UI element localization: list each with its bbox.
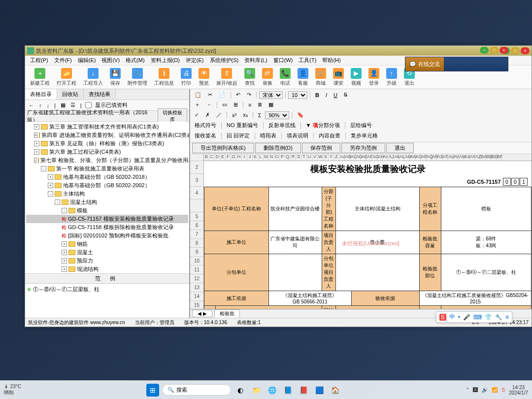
- zoom-select[interactable]: 90%: [265, 111, 289, 119]
- menu-item[interactable]: 评定(E): [184, 57, 206, 64]
- show-filled-checkbox[interactable]: [85, 102, 92, 108]
- calc-icon[interactable]: Σ: [256, 111, 264, 119]
- toolbar-预览[interactable]: 👁预览: [197, 67, 211, 88]
- toolbar-登录[interactable]: 👤登录: [366, 67, 381, 88]
- task-explorer-icon[interactable]: 📁: [250, 384, 263, 397]
- sheet-action-button[interactable]: 删除范例(D): [255, 143, 301, 153]
- tree-node[interactable]: +第五章 见证取（抽）样检验（测）报告(C3类表): [26, 139, 188, 148]
- edit-action[interactable]: 层给编号: [348, 121, 374, 130]
- edit-action[interactable]: NO 重新编号: [224, 121, 261, 130]
- cut-icon[interactable]: ✂: [205, 91, 215, 99]
- tray-ime-icon[interactable]: 🅰: [473, 387, 478, 393]
- expand-icon[interactable]: +: [34, 133, 37, 138]
- toolbar-替换[interactable]: ⇄替换: [260, 67, 275, 88]
- tree-node[interactable]: +钢筋: [26, 240, 188, 248]
- expand-icon[interactable]: +: [34, 124, 39, 130]
- expand-icon[interactable]: -: [55, 200, 60, 205]
- expand-icon[interactable]: +: [48, 183, 53, 188]
- expand-icon[interactable]: -: [41, 166, 46, 171]
- tree-node[interactable]: -第一节 检验批施工质量验收记录用表: [26, 165, 188, 173]
- task-app1-icon[interactable]: 📘: [281, 384, 294, 397]
- edit-action[interactable]: 回 回评定: [224, 131, 252, 140]
- task-widgets-icon[interactable]: ◐: [234, 384, 247, 397]
- edit-action[interactable]: 填表说明: [284, 131, 311, 140]
- x-icon[interactable]: ✗: [203, 111, 212, 119]
- edit-action[interactable]: ▼ 项分部分项: [303, 121, 342, 130]
- titlebar[interactable]: 筑业资料广东版 - [D:\筑业建筑系列软件\广东省工程资料软件\工程\232.…: [25, 46, 532, 56]
- start-button[interactable]: ⊞: [146, 384, 159, 397]
- close-button[interactable]: ×: [521, 47, 530, 54]
- task-edge-icon[interactable]: 🌐: [266, 384, 278, 397]
- undo-icon[interactable]: ↶: [233, 91, 243, 99]
- tab-search-results[interactable]: 查找结果: [84, 89, 116, 100]
- toolbar-视频[interactable]: ▶视频: [349, 67, 364, 88]
- toolbar-升级[interactable]: ↑升级: [384, 67, 399, 88]
- tree-node[interactable]: +第四章 进场施工物资质量控制、证明和验收文件通用表(C2类表): [26, 131, 188, 139]
- sheet-action-button[interactable]: 另存为范例: [341, 143, 385, 153]
- toolbar-打印[interactable]: 🖨打印: [179, 67, 194, 88]
- slash-icon[interactable]: ／: [214, 110, 224, 120]
- tree-node[interactable]: 检GD-C5-71158 模板拆除检验批质量验收记录: [26, 223, 188, 232]
- toolbar-查找[interactable]: 🔍查找: [242, 67, 257, 88]
- menu-item[interactable]: 帮助(H): [320, 57, 342, 64]
- strike-button[interactable]: S̶: [341, 91, 350, 99]
- expand-icon[interactable]: +: [62, 241, 67, 247]
- menu-item[interactable]: 编辑(E): [76, 57, 98, 64]
- fp-minimize-button[interactable]: −: [480, 47, 489, 54]
- expand-icon[interactable]: +: [34, 149, 39, 155]
- copy-icon[interactable]: 📋: [192, 91, 204, 99]
- arrow-up-icon[interactable]: ↑: [37, 102, 43, 108]
- tree-node[interactable]: +混凝土: [26, 248, 188, 257]
- arrow-down-icon[interactable]: ↓: [45, 102, 51, 108]
- minus-icon[interactable]: －: [204, 100, 214, 109]
- maximize-button[interactable]: □: [511, 47, 520, 54]
- menu-item[interactable]: 格式(M): [124, 57, 147, 64]
- sheet-tab[interactable]: 检验批: [214, 309, 240, 318]
- spreadsheet[interactable]: 23456789101112131415161720 BCDEFGHIJKLMN…: [190, 154, 532, 309]
- edit-action[interactable]: 接收签名: [192, 131, 219, 140]
- fp-close-button[interactable]: ×: [499, 47, 508, 54]
- edit-action[interactable]: 内容自查: [316, 131, 343, 140]
- expand-icon[interactable]: -: [48, 191, 53, 197]
- check-icon[interactable]: ✓: [192, 111, 201, 119]
- menu-item[interactable]: 资料库(L): [242, 57, 269, 64]
- expand-icon[interactable]: +: [48, 174, 53, 180]
- arrow-left-icon[interactable]: ←: [27, 102, 35, 108]
- expand-icon[interactable]: +: [34, 141, 39, 146]
- italic-button[interactable]: I: [323, 91, 330, 99]
- sheet-action-button[interactable]: 导出范例到表格(E): [192, 143, 254, 153]
- toolbar-打开工程[interactable]: 📂打开工程: [55, 67, 78, 88]
- bold-button[interactable]: B: [313, 91, 322, 99]
- redo-icon[interactable]: ↷: [244, 91, 254, 99]
- expand-icon[interactable]: -: [34, 158, 36, 163]
- menu-item[interactable]: 资料上报(D): [149, 57, 182, 64]
- toolbar-附件管理[interactable]: 📎附件管理: [126, 67, 149, 88]
- menu-item[interactable]: 工程(P): [28, 57, 50, 64]
- edit-action[interactable]: 复步单元格: [348, 131, 380, 140]
- tree-node[interactable]: +地基与基础分部（GB 50202-2002）: [26, 181, 188, 190]
- tray-net-icon[interactable]: 📶: [492, 387, 498, 393]
- tree-node[interactable]: -模板: [26, 206, 188, 215]
- expand-icon[interactable]: -: [62, 208, 67, 213]
- plus-icon[interactable]: ＋: [192, 100, 202, 109]
- grid-icon[interactable]: ▦: [59, 102, 67, 108]
- menu-item[interactable]: 文件(F): [52, 57, 74, 64]
- tree-node[interactable]: +地基与基础分部（GB 50202-2018）: [26, 173, 188, 181]
- tray-sound-icon[interactable]: 🔊: [482, 387, 488, 393]
- tree-view[interactable]: +第三章 施工管理和技术文件资料用表(C1类表)+第四章 进场施工物资质量控制、…: [25, 122, 189, 273]
- weather-widget[interactable]: 🌡 23°C 晴朗: [4, 384, 21, 396]
- align-center-icon[interactable]: ≣: [255, 100, 265, 109]
- fp-maximize-button[interactable]: □: [490, 47, 499, 54]
- ime-menu-icon[interactable]: ≡: [505, 314, 509, 321]
- ime-punct-icon[interactable]: •: [458, 314, 460, 321]
- ime-toolbar[interactable]: S 中 • 🎤 ⌨ 👕 🔧 ≡: [436, 311, 512, 323]
- align-left-icon[interactable]: ≡: [246, 101, 254, 109]
- toolbar-保存[interactable]: 💾保存: [108, 67, 123, 88]
- sub-icon[interactable]: x₂: [240, 111, 250, 119]
- tree-node[interactable]: -第七章 检验批、分项、分部（子分部）施工质量及分户验收用表: [26, 156, 188, 165]
- task-app3-icon[interactable]: 🟦: [313, 384, 326, 397]
- sheet-action-button[interactable]: 保存范例: [302, 143, 340, 153]
- split-icon[interactable]: ⊞: [231, 100, 240, 109]
- menu-item[interactable]: 工具(T): [297, 57, 318, 64]
- tray-sogou-icon[interactable]: S: [501, 387, 505, 393]
